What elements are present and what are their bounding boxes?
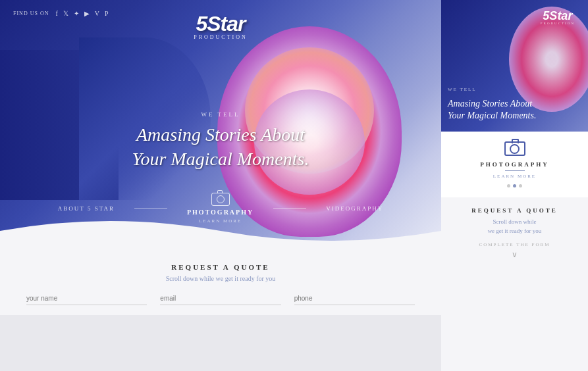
name-field[interactable] [26,292,147,305]
bottom-nav: ABOUT 5 STAR PHOTOGRAPHY LEARN MORE VIDE… [0,193,441,224]
right-heading: Amasing Stories About Your Magical Momen… [448,98,536,122]
dot-2[interactable] [513,184,516,187]
phone-field[interactable] [294,292,415,305]
right-logo-text: 5Star [541,10,575,22]
right-camera-icon [504,141,525,156]
request-quote-subtitle: Scroll down while we get it ready for yo… [13,275,428,282]
pinterest-icon[interactable]: P [105,10,109,17]
quote-form [13,292,428,305]
nav-about[interactable]: ABOUT 5 STAR [58,205,115,212]
vimeo-icon[interactable]: V [95,10,99,17]
right-quote-sub-line2: we get it ready for you [488,228,542,234]
right-heading-line2: Your Magical Moments. [448,111,536,120]
logo-text: 5Star [194,13,248,34]
nav-divider-right [273,208,306,209]
right-we-tell: WE TELL [448,87,477,92]
we-tell-label: WE TELL [132,111,309,118]
right-logo[interactable]: 5Star PRODUCTION [541,10,575,25]
logo-production: PRODUCTION [194,34,248,40]
hero-heading: Amasing Stories About Your Magical Momen… [132,123,309,171]
nav-videography[interactable]: VIDEOGRAPHY [326,205,383,212]
right-photography-card: PHOTOGRAPHY LEARN MORE [441,132,588,197]
main-panel: FIND US ON f 𝕏 ✦ ▶ V P 5Star PRODUCTION … [0,0,441,371]
youtube-icon[interactable]: ▶ [84,10,90,17]
logo[interactable]: 5Star PRODUCTION [194,13,248,40]
right-hero: 5Star PRODUCTION WE TELL Amasing Stories… [441,0,588,132]
instagram-icon[interactable]: ✦ [74,10,79,17]
email-field[interactable] [160,292,281,305]
right-panel: 5Star PRODUCTION WE TELL Amasing Stories… [441,0,588,371]
nav-divider-left [134,208,167,209]
camera-icon [211,193,230,206]
facebook-icon[interactable]: f [55,10,57,17]
hero-section: FIND US ON f 𝕏 ✦ ▶ V P 5Star PRODUCTION … [0,0,441,250]
social-icons-group: f 𝕏 ✦ ▶ V P [55,10,108,17]
right-learn-more[interactable]: LEARN MORE [451,174,578,179]
dots-navigation [451,184,578,187]
hero-text: WE TELL Amasing Stories About Your Magic… [132,111,309,171]
hero-heading-line1: Amasing Stories About [136,124,305,145]
right-quote-title: REQUEST A QUOTE [451,207,578,214]
request-quote-title: REQUEST A QUOTE [13,263,428,271]
nav-photography[interactable]: PHOTOGRAPHY LEARN MORE [187,193,254,224]
find-us-on-label: FIND US ON [13,11,49,16]
dot-3[interactable] [519,184,522,187]
complete-form-link[interactable]: COMPLETE THE FORM [451,242,578,247]
learn-more-link[interactable]: LEARN MORE [199,218,242,224]
dot-1[interactable] [507,184,510,187]
quote-section: REQUEST A QUOTE Scroll down while we get… [0,250,441,315]
right-heading-line1: Amasing Stories About [448,99,532,109]
chevron-down-icon[interactable]: ∨ [451,250,578,260]
photography-label: PHOTOGRAPHY [187,209,254,216]
right-photography-title: PHOTOGRAPHY [451,161,578,168]
right-quote-sub-line1: Scroll down while [493,218,537,225]
twitter-icon[interactable]: 𝕏 [63,10,68,17]
right-quote-subtitle: Scroll down while we get it ready for yo… [451,218,578,235]
hero-heading-line2: Your Magical Moments. [132,149,309,169]
right-divider [505,170,525,171]
right-quote-card: REQUEST A QUOTE Scroll down while we get… [441,197,588,371]
right-logo-production: PRODUCTION [541,22,575,25]
